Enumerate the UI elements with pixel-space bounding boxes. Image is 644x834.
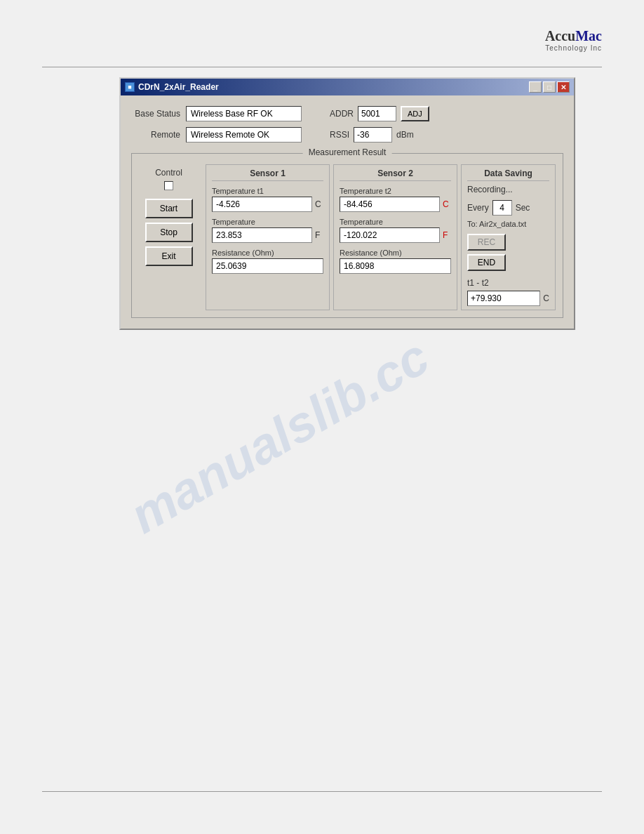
- rssi-row: RSSI -36 dBm: [330, 127, 429, 143]
- title-bar: ■ CDrN_2xAir_Reader _ □ ✕: [121, 79, 574, 95]
- watermark: manualslib.cc: [120, 327, 438, 544]
- start-button[interactable]: Start: [145, 199, 193, 218]
- remote-status-text: Wireless Remote OK: [191, 130, 269, 140]
- t1t2-label: t1 - t2: [467, 278, 549, 288]
- addr-value: 5001: [361, 109, 380, 119]
- sensor2-temp-row: -120.022 F: [340, 227, 451, 243]
- maximize-button[interactable]: □: [543, 81, 556, 93]
- sensors-area: Sensor 1 Temperature t1 -4.526 C Tempera…: [206, 164, 556, 310]
- status-right: ADDR 5001 ADJ RSSI -36 dBm: [330, 106, 429, 143]
- sensor1-temp-t1-row: -4.526 C: [212, 197, 323, 212]
- base-status-value: Wireless Base RF OK: [186, 106, 302, 121]
- recording-label: Recording...: [467, 185, 549, 194]
- exit-button[interactable]: Exit: [145, 246, 193, 266]
- control-label: Control: [155, 168, 182, 178]
- sensor2-temp-text: -120.022: [344, 230, 377, 240]
- addr-input[interactable]: 5001: [358, 106, 396, 121]
- sensor1-temp-row: 23.853 F: [212, 227, 323, 243]
- minimize-button[interactable]: _: [529, 81, 542, 93]
- measurement-container: Measurement Result Control Start Stop Ex…: [131, 153, 563, 318]
- remote-status-label: Remote: [131, 130, 180, 140]
- sensor2-temp-value: -120.022: [340, 227, 440, 243]
- brand-header: AccuMac Technology Inc: [545, 28, 602, 52]
- addr-row: ADDR 5001 ADJ: [330, 106, 429, 121]
- sensor2-temp-t2-unit: C: [443, 199, 451, 209]
- sensor1-temp-unit: F: [315, 230, 323, 240]
- close-button[interactable]: ✕: [557, 81, 570, 93]
- sensor2-resistance-value: 16.8098: [340, 258, 451, 274]
- brand-logo: AccuMac: [545, 28, 602, 44]
- sensor2-column: Sensor 2 Temperature t2 -84.456 C Temper…: [333, 164, 457, 310]
- app-icon: ■: [125, 82, 135, 92]
- rssi-value: -36: [357, 130, 369, 140]
- sec-label: Sec: [516, 203, 530, 213]
- sensor2-resistance-row: 16.8098: [340, 258, 451, 274]
- brand-mac: Mac: [575, 28, 602, 44]
- sensor2-temp-t2-text: -84.456: [344, 199, 373, 209]
- every-input[interactable]: 4: [492, 200, 512, 216]
- sensor1-resistance-value: 25.0639: [212, 258, 323, 274]
- sensor1-resistance-row: 25.0639: [212, 258, 323, 274]
- brand-tagline: Technology Inc: [545, 44, 602, 52]
- sensor2-temp-label: Temperature: [340, 218, 451, 226]
- sensor2-resistance-text: 16.8098: [344, 261, 374, 271]
- title-controls: _ □ ✕: [529, 81, 570, 93]
- sensor1-temp-text: 23.853: [216, 230, 242, 240]
- control-checkbox[interactable]: [164, 181, 173, 190]
- dbm-label: dBm: [396, 130, 414, 140]
- to-label: To: Air2x_data.txt: [467, 220, 549, 228]
- end-button[interactable]: END: [467, 254, 506, 271]
- window-content: Base Status Wireless Base RF OK Remote W…: [121, 95, 574, 329]
- sensor1-resistance-label: Resistance (Ohm): [212, 249, 323, 257]
- every-value: 4: [499, 203, 504, 213]
- sensor2-temp-unit: F: [443, 230, 451, 240]
- brand-accu: Accu: [545, 28, 575, 44]
- window-title: CDrN_2xAir_Reader: [138, 82, 219, 92]
- measurement-title: Measurement Result: [303, 147, 392, 157]
- every-row: Every 4 Sec: [467, 200, 549, 216]
- app-window: ■ CDrN_2xAir_Reader _ □ ✕ Base Status Wi…: [119, 77, 575, 330]
- every-label: Every: [467, 203, 489, 213]
- sensor1-temp-t1-label: Temperature t1: [212, 187, 323, 195]
- t1t2-unit: C: [543, 293, 549, 303]
- base-status-text: Wireless Base RF OK: [191, 109, 273, 119]
- t1t2-value: +79.930: [467, 291, 540, 306]
- sensor1-resistance-text: 25.0639: [216, 261, 246, 271]
- sensor2-title: Sensor 2: [340, 168, 451, 181]
- data-saving-title: Data Saving: [467, 168, 549, 181]
- adj-button[interactable]: ADJ: [401, 106, 429, 121]
- footer-divider: [42, 791, 602, 792]
- sensor1-temp-label: Temperature: [212, 218, 323, 226]
- rssi-label: RSSI: [330, 130, 349, 140]
- addr-label: ADDR: [330, 109, 354, 119]
- base-status-row: Base Status Wireless Base RF OK: [131, 106, 302, 121]
- sensor1-temp-t1-value: -4.526: [212, 197, 312, 212]
- remote-status-value: Wireless Remote OK: [186, 127, 302, 143]
- sensor2-temp-t2-label: Temperature t2: [340, 187, 451, 195]
- rssi-input: -36: [354, 127, 392, 143]
- remote-status-row: Remote Wireless Remote OK: [131, 127, 302, 143]
- measurement-body: Control Start Stop Exit Sensor 1 Tempera…: [139, 164, 556, 310]
- sensor2-temp-t2-row: -84.456 C: [340, 197, 451, 212]
- rec-button[interactable]: REC: [467, 234, 506, 251]
- sensor1-column: Sensor 1 Temperature t1 -4.526 C Tempera…: [206, 164, 330, 310]
- base-status-label: Base Status: [131, 109, 180, 119]
- stop-button[interactable]: Stop: [145, 223, 193, 242]
- t1t2-row: +79.930 C: [467, 291, 549, 306]
- header-divider: [42, 67, 602, 67]
- sensor2-temp-t2-value: -84.456: [340, 197, 440, 212]
- sensor1-temp-value: 23.853: [212, 227, 312, 243]
- control-panel: Control Start Stop Exit: [139, 164, 199, 310]
- t1t2-text: +79.930: [471, 293, 502, 303]
- sensor1-temp-t1-unit: C: [315, 199, 323, 209]
- sensor2-resistance-label: Resistance (Ohm): [340, 249, 451, 257]
- sensor1-title: Sensor 1: [212, 168, 323, 181]
- title-bar-left: ■ CDrN_2xAir_Reader: [125, 82, 219, 92]
- sensor1-temp-t1-text: -4.526: [216, 199, 240, 209]
- status-left: Base Status Wireless Base RF OK Remote W…: [131, 106, 302, 143]
- status-area: Base Status Wireless Base RF OK Remote W…: [131, 106, 563, 143]
- data-saving-column: Data Saving Recording... Every 4 Sec To:…: [461, 164, 556, 310]
